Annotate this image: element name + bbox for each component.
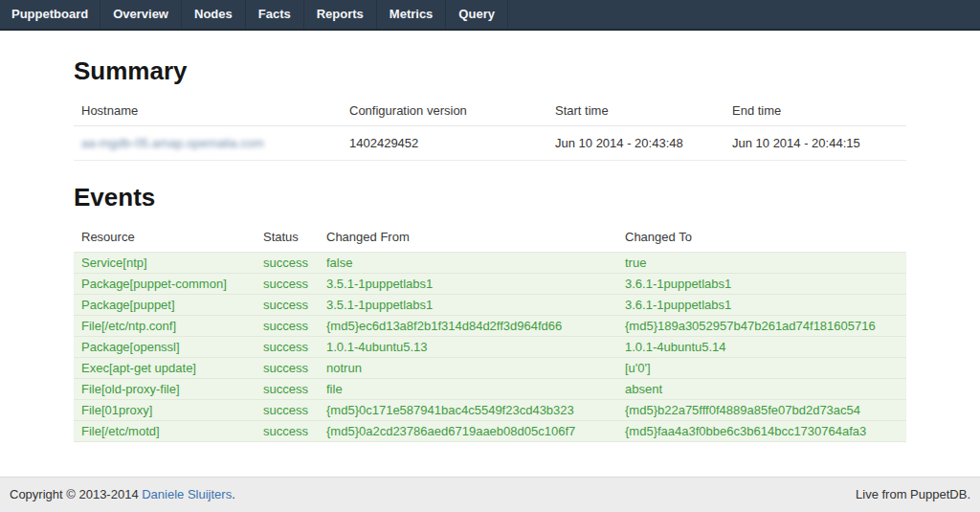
footer-copyright: Copyright © 2013-2014 Daniele Sluijters. <box>10 487 235 501</box>
event-cell-from: false <box>319 253 617 274</box>
summary-col-end-time: End time <box>724 96 906 126</box>
event-row: File[01proxy]success{md5}0c171e587941bac… <box>74 400 906 421</box>
event-cell-to: {md5}faa4a3f0bbe6c3b614bcc1730764afa3 <box>617 421 906 442</box>
navbar: Puppetboard Overview Nodes Facts Reports… <box>0 0 980 31</box>
events-header-row: Resource Status Changed From Changed To <box>74 222 906 253</box>
navbar-brand[interactable]: Puppetboard <box>0 0 100 29</box>
event-cell-from: {md5}0a2cd23786aed6719aaeb08d05c106f7 <box>319 421 617 442</box>
nav-item-reports[interactable]: Reports <box>304 0 377 29</box>
event-cell-from: file <box>319 379 617 400</box>
summary-cell-end-time: Jun 10 2014 - 20:44:15 <box>724 126 906 161</box>
summary-header-row: Hostname Configuration version Start tim… <box>74 96 906 126</box>
event-cell-from: 3.5.1-1puppetlabs1 <box>319 295 617 316</box>
event-cell-from: notrun <box>319 358 617 379</box>
event-row: File[old-proxy-file]successfileabsent <box>74 379 906 400</box>
event-cell-to: 1.0.1-4ubuntu5.14 <box>617 337 906 358</box>
event-cell-to: [u'0'] <box>617 358 906 379</box>
event-cell-status: success <box>256 358 319 379</box>
event-cell-status: success <box>256 274 319 295</box>
event-row: Package[openssl]success1.0.1-4ubuntu5.13… <box>74 337 906 358</box>
event-row: File[/etc/ntp.conf]success{md5}ec6d13a8f… <box>74 316 906 337</box>
event-cell-status: success <box>256 295 319 316</box>
event-cell-from: {md5}ec6d13a8f2b1f314d84d2ff3d964fd66 <box>319 316 617 337</box>
footer-status: Live from PuppetDB. <box>856 478 970 511</box>
author-link[interactable]: Daniele Sluijters <box>142 487 232 501</box>
event-cell-status: success <box>256 379 319 400</box>
summary-cell-hostname: aa-mgdb-05.amap.opemalia.com <box>74 126 342 161</box>
event-cell-to: true <box>617 253 906 274</box>
event-cell-from: 3.5.1-1puppetlabs1 <box>319 274 617 295</box>
summary-cell-config-version: 1402429452 <box>342 126 547 161</box>
event-cell-resource: Package[puppet] <box>74 295 256 316</box>
events-col-resource: Resource <box>74 222 256 253</box>
event-cell-resource: File[old-proxy-file] <box>74 379 256 400</box>
events-col-changed-to: Changed To <box>617 222 906 253</box>
copyright-text: Copyright © 2013-2014 <box>10 487 142 501</box>
event-cell-to: {md5}b22a75fff0f4889a85fe07bd2d73ac54 <box>617 400 906 421</box>
event-cell-to: absent <box>617 379 906 400</box>
events-table-body: Service[ntp]successfalsetruePackage[pupp… <box>74 253 906 442</box>
hostname-link-blurred[interactable]: aa-mgdb-05.amap.opemalia.com <box>81 136 264 150</box>
event-cell-resource: File[01proxy] <box>74 400 256 421</box>
event-cell-status: success <box>256 421 319 442</box>
events-table: Resource Status Changed From Changed To … <box>74 222 906 442</box>
event-cell-resource: Service[ntp] <box>74 253 256 274</box>
summary-table: Hostname Configuration version Start tim… <box>74 96 906 161</box>
nav-item-facts[interactable]: Facts <box>246 0 304 29</box>
events-heading: Events <box>74 183 906 212</box>
event-cell-resource: Package[puppet-common] <box>74 274 256 295</box>
summary-cell-start-time: Jun 10 2014 - 20:43:48 <box>547 126 724 161</box>
main-content: Summary Hostname Configuration version S… <box>74 56 906 442</box>
event-cell-from: 1.0.1-4ubuntu5.13 <box>319 337 617 358</box>
nav-item-nodes[interactable]: Nodes <box>182 0 246 29</box>
event-cell-to: 3.6.1-1puppetlabs1 <box>617 295 906 316</box>
footer: Copyright © 2013-2014 Daniele Sluijters.… <box>0 477 980 512</box>
event-row: File[/etc/motd]success{md5}0a2cd23786aed… <box>74 421 906 442</box>
nav-item-metrics[interactable]: Metrics <box>377 0 447 29</box>
summary-heading: Summary <box>74 56 906 86</box>
events-col-status: Status <box>256 222 319 253</box>
event-cell-from: {md5}0c171e587941bac4c5549f23cd43b323 <box>319 400 617 421</box>
event-cell-status: success <box>256 316 319 337</box>
nav-item-query[interactable]: Query <box>446 0 508 29</box>
summary-col-start-time: Start time <box>547 96 724 126</box>
summary-col-config-version: Configuration version <box>342 96 547 126</box>
event-cell-status: success <box>256 253 319 274</box>
nav-item-overview[interactable]: Overview <box>100 0 182 29</box>
event-row: Package[puppet]success3.5.1-1puppetlabs1… <box>74 295 906 316</box>
event-row: Exec[apt-get update]successnotrun[u'0'] <box>74 358 906 379</box>
event-cell-resource: File[/etc/motd] <box>74 421 256 442</box>
event-cell-to: {md5}189a3052957b47b261ad74f181605716 <box>617 316 906 337</box>
event-cell-status: success <box>256 337 319 358</box>
event-row: Package[puppet-common]success3.5.1-1pupp… <box>74 274 906 295</box>
event-cell-resource: File[/etc/ntp.conf] <box>74 316 256 337</box>
summary-col-hostname: Hostname <box>74 96 342 126</box>
event-row: Service[ntp]successfalsetrue <box>74 253 906 274</box>
event-cell-to: 3.6.1-1puppetlabs1 <box>617 274 906 295</box>
events-col-changed-from: Changed From <box>319 222 617 253</box>
summary-row: aa-mgdb-05.amap.opemalia.com 1402429452 … <box>74 126 906 161</box>
copyright-period: . <box>232 487 235 501</box>
event-cell-resource: Exec[apt-get update] <box>74 358 256 379</box>
event-cell-resource: Package[openssl] <box>74 337 256 358</box>
event-cell-status: success <box>256 400 319 421</box>
